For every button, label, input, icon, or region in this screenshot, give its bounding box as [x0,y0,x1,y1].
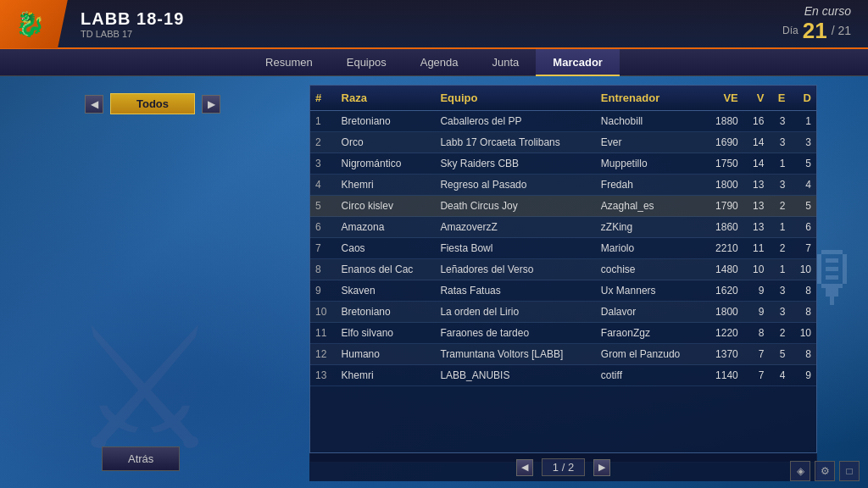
cell-ve: 1220 [704,323,743,344]
filter-next-arrow[interactable]: ▶ [202,95,220,114]
table-row: 10 Bretoniano La orden del Lirio Dalavor… [310,302,816,323]
col-num: # [310,86,337,111]
cell-entrenador: Grom el Panzudo [596,344,704,365]
table-row: 9 Skaven Ratas Fatuas Ux Manners 1620 9 … [310,280,816,302]
cell-num: 5 [310,196,337,217]
bottom-icons: ◈ ⚙ □ [790,461,860,481]
cell-e: 2 [769,196,790,217]
league-title: LABB 18-19 [81,9,184,29]
league-info: LABB 18-19 TD LABB 17 [81,9,184,39]
cell-v: 8 [743,323,770,344]
cell-v: 13 [743,217,770,238]
cell-e: 5 [769,344,790,365]
table-row: 2 Orco Labb 17 Orcaeta Trolibans Ever 16… [310,132,816,153]
col-ve: VE [704,86,743,111]
cell-v: 7 [743,365,770,386]
cell-equipo: Death Circus Joy [435,196,595,217]
cell-entrenador: Ux Manners [596,280,704,302]
cell-entrenador: Dalavor [596,302,704,323]
cell-equipo: Faraones de tardeo [435,323,595,344]
table-row: 13 Khemri LABB_ANUBIS cotiff 1140 7 4 9 [310,365,816,386]
cell-ve: 1880 [704,111,743,132]
col-d: D [790,86,816,111]
table-row: 6 Amazona AmazoverzZ zZKing 1860 13 1 6 [310,217,816,238]
cell-equipo: AmazoverzZ [435,217,595,238]
cell-raza: Khemri [337,175,436,196]
cell-e: 3 [769,302,790,323]
col-entrenador: Entrenador [596,86,704,111]
cell-num: 4 [310,175,337,196]
standings-table: # Raza Equipo Entrenador VE V E D 1 Bret… [310,86,816,386]
cell-e: 2 [769,238,790,259]
cell-raza: Orco [337,132,436,153]
cell-ve: 1790 [704,196,743,217]
table-row: 8 Enanos del Cac Leñadores del Verso coc… [310,259,816,280]
cell-raza: Caos [337,238,436,259]
cell-v: 13 [743,175,770,196]
bottom-icon-gear[interactable]: ⚙ [815,461,835,481]
cell-entrenador: Muppetillo [596,153,704,175]
cell-ve: 1860 [704,217,743,238]
cell-v: 13 [743,196,770,217]
table-header-row: # Raza Equipo Entrenador VE V E D [310,86,816,111]
cell-raza: Bretoniano [337,302,436,323]
table-row: 1 Bretoniano Caballeros del PP Nachobill… [310,111,816,132]
logo-area: 🐉 [0,0,68,48]
cell-raza: Khemri [337,365,436,386]
cell-equipo: Fiesta Bowl [435,238,595,259]
cell-raza: Bretoniano [337,111,436,132]
tab-junta[interactable]: Junta [476,49,537,76]
cell-ve: 1620 [704,280,743,302]
tab-resumen[interactable]: Resumen [248,49,330,76]
cell-v: 9 [743,280,770,302]
cell-num: 9 [310,280,337,302]
cell-v: 14 [743,132,770,153]
filter-prev-arrow[interactable]: ◀ [85,95,103,114]
page-next-button[interactable]: ▶ [593,459,610,476]
cell-v: 16 [743,111,770,132]
page-prev-button[interactable]: ◀ [516,459,533,476]
filter-bar: ◀ Todos ▶ [85,93,220,114]
tab-marcador[interactable]: Marcador [536,49,620,76]
table-row: 4 Khemri Regreso al Pasado Fredah 1800 1… [310,175,816,196]
table-row: 5 Circo kislev Death Circus Joy Azaghal_… [310,196,816,217]
cell-equipo: Labb 17 Orcaeta Trolibans [435,132,595,153]
status-text: En curso [804,4,851,18]
back-button[interactable]: Atrás [102,446,180,471]
day-current: 21 [803,18,827,44]
day-total: / 21 [832,24,851,37]
cell-ve: 1480 [704,259,743,280]
cell-raza: Amazona [337,217,436,238]
cell-entrenador: Azaghal_es [596,196,704,217]
bottom-icon-1[interactable]: ◈ [790,461,810,481]
main-content: ◀ Todos ▶ # Raza Equipo Entrenador VE V … [0,76,868,488]
cell-e: 4 [769,365,790,386]
tab-agenda[interactable]: Agenda [403,49,476,76]
tab-equipos[interactable]: Equipos [330,49,403,76]
cell-raza: Humano [337,344,436,365]
cell-v: 14 [743,153,770,175]
cell-d: 1 [790,111,816,132]
cell-num: 10 [310,302,337,323]
cell-v: 9 [743,302,770,323]
filter-button[interactable]: Todos [110,93,195,114]
cell-num: 12 [310,344,337,365]
cell-e: 1 [769,217,790,238]
cell-entrenador: Mariolo [596,238,704,259]
col-v: V [743,86,770,111]
cell-d: 8 [790,280,816,302]
cell-e: 1 [769,259,790,280]
day-info: Día 21 / 21 [782,18,851,44]
cell-num: 7 [310,238,337,259]
cell-v: 10 [743,259,770,280]
cell-num: 2 [310,132,337,153]
cell-entrenador: cotiff [596,365,704,386]
cell-e: 3 [769,175,790,196]
cell-raza: Skaven [337,280,436,302]
table-row: 7 Caos Fiesta Bowl Mariolo 2210 11 2 7 [310,238,816,259]
cell-raza: Nigromántico [337,153,436,175]
bottom-icon-box[interactable]: □ [839,461,860,481]
col-raza: Raza [337,86,436,111]
cell-entrenador: cochise [596,259,704,280]
logo-dragon-icon: 🐉 [15,10,45,38]
